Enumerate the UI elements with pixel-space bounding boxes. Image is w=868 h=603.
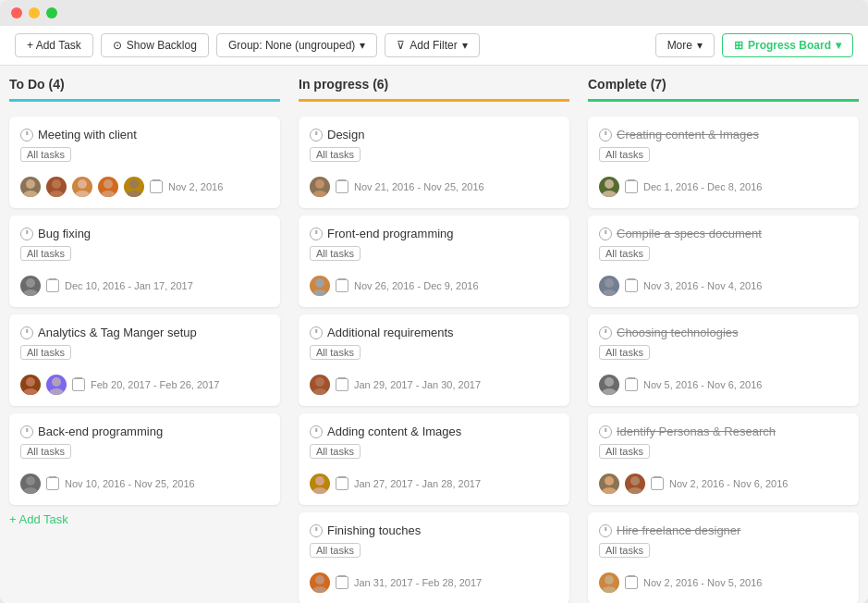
board: To Do (4) Meeting with client All tasks	[0, 66, 868, 603]
avatar	[599, 375, 619, 395]
card-title-choosing-tech: Choosing technologies	[599, 326, 848, 339]
svg-point-20	[315, 278, 324, 288]
column-todo: To Do (4) Meeting with client All tasks	[0, 66, 289, 603]
svg-point-14	[52, 377, 61, 387]
svg-point-9	[126, 191, 142, 197]
card-title-adding-content: Adding content & Images	[310, 425, 558, 438]
column-inprogress: In progress (6) Design All tasks Nov 21,…	[289, 66, 579, 603]
svg-point-17	[22, 487, 39, 494]
column-add-task-button[interactable]: + Add Task	[9, 505, 280, 534]
progress-board-button[interactable]: ⊞ Progress Board ▾	[722, 33, 853, 57]
svg-point-5	[74, 191, 91, 197]
maximize-button[interactable]	[46, 7, 57, 18]
card-title-backend: Back-end programming	[20, 425, 269, 438]
clock-icon	[599, 425, 612, 438]
all-tasks-badge[interactable]: All tasks	[599, 147, 650, 162]
card-bugfixing: Bug fixing All tasks Dec 10, 2016 - Jan …	[9, 215, 280, 307]
svg-point-32	[605, 377, 614, 387]
card-additional: Additional requirements All tasks Jan 29…	[299, 314, 569, 406]
column-complete: Complete (7) Creating content & Images A…	[579, 66, 868, 603]
all-tasks-badge[interactable]: All tasks	[310, 543, 361, 558]
add-task-button[interactable]: + Add Task	[15, 33, 93, 57]
avatar	[98, 177, 118, 197]
svg-point-30	[605, 278, 614, 288]
date-text: Jan 27, 2017 - Jan 28, 2017	[354, 478, 481, 489]
svg-point-33	[601, 388, 617, 395]
card-footer: Nov 3, 2016 - Nov 4, 2016	[599, 276, 848, 296]
all-tasks-badge[interactable]: All tasks	[599, 345, 650, 360]
svg-point-7	[100, 191, 116, 197]
svg-point-36	[630, 476, 640, 486]
all-tasks-badge[interactable]: All tasks	[599, 246, 650, 261]
avatar	[124, 177, 144, 197]
calendar-icon	[336, 378, 348, 391]
all-tasks-badge[interactable]: All tasks	[20, 444, 71, 459]
card-creating-content: Creating content & Images All tasks Dec …	[588, 117, 859, 208]
clock-icon	[310, 228, 323, 240]
svg-point-3	[48, 191, 65, 197]
column-title-inprogress: In progress (6)	[299, 77, 569, 102]
calendar-icon	[336, 576, 348, 589]
svg-point-29	[601, 191, 617, 197]
date-text: Nov 26, 2016 - Dec 9, 2016	[354, 280, 479, 291]
svg-point-12	[26, 377, 35, 387]
card-title-design: Design	[310, 128, 558, 142]
svg-point-2	[52, 179, 61, 189]
clock-icon	[20, 228, 33, 240]
card-backend: Back-end programming All tasks Nov 10, 2…	[9, 413, 280, 505]
svg-point-37	[627, 487, 643, 494]
column-title-complete: Complete (7)	[588, 77, 859, 102]
date-text: Nov 3, 2016 - Nov 4, 2016	[643, 280, 762, 291]
card-title-meeting: Meeting with client	[20, 128, 269, 142]
all-tasks-badge[interactable]: All tasks	[599, 444, 650, 459]
avatar	[625, 474, 645, 494]
show-backlog-button[interactable]: ⊙ Show Backlog	[101, 33, 209, 57]
date-text: Dec 10, 2016 - Jan 17, 2017	[65, 280, 193, 291]
all-tasks-badge[interactable]: All tasks	[310, 345, 361, 360]
calendar-icon	[46, 477, 59, 490]
eye-icon: ⊙	[113, 39, 122, 52]
card-meeting: Meeting with client All tasks	[9, 117, 280, 208]
main-window: + Add Task ⊙ Show Backlog Group: None (u…	[0, 0, 868, 603]
card-title-personas: Identify Personas & Research	[599, 425, 848, 438]
date-text: Dec 1, 2016 - Dec 8, 2016	[643, 181, 762, 192]
svg-point-10	[26, 278, 35, 288]
svg-point-25	[312, 487, 328, 494]
avatar	[599, 177, 619, 197]
title-bar	[0, 0, 868, 26]
svg-point-15	[48, 388, 65, 395]
svg-point-0	[26, 179, 35, 189]
card-title-creating-content: Creating content & Images	[599, 128, 848, 142]
svg-point-13	[22, 388, 39, 395]
more-button[interactable]: More ▾	[655, 33, 715, 57]
svg-point-24	[315, 476, 324, 486]
minimize-button[interactable]	[29, 7, 40, 18]
date-text: Feb 20, 2017 - Feb 26, 2017	[91, 379, 219, 390]
close-button[interactable]	[11, 7, 22, 18]
all-tasks-badge[interactable]: All tasks	[310, 147, 361, 162]
card-choosing-tech: Choosing technologies All tasks Nov 5, 2…	[588, 314, 859, 406]
clock-icon	[20, 326, 33, 339]
all-tasks-badge[interactable]: All tasks	[20, 147, 71, 162]
card-footer: Dec 10, 2016 - Jan 17, 2017	[20, 276, 269, 296]
add-filter-button[interactable]: ⊽ Add Filter ▾	[385, 33, 479, 57]
calendar-icon	[625, 576, 638, 589]
chevron-down-icon-pb: ▾	[836, 39, 841, 52]
svg-point-31	[601, 289, 617, 296]
svg-point-16	[26, 476, 35, 486]
avatar	[46, 177, 67, 197]
date-text: Nov 5, 2016 - Nov 6, 2016	[643, 379, 762, 390]
calendar-icon	[46, 279, 59, 292]
all-tasks-badge[interactable]: All tasks	[310, 246, 361, 261]
card-title-compile-specs: Compile a specs document	[599, 227, 848, 240]
chevron-down-icon: ▾	[360, 39, 365, 52]
group-button[interactable]: Group: None (ungrouped) ▾	[216, 33, 377, 57]
svg-point-23	[312, 388, 328, 395]
all-tasks-badge[interactable]: All tasks	[20, 345, 71, 360]
card-footer: Feb 20, 2017 - Feb 26, 2017	[20, 375, 269, 395]
all-tasks-badge[interactable]: All tasks	[20, 246, 71, 261]
all-tasks-badge[interactable]: All tasks	[310, 444, 361, 459]
avatar	[599, 474, 619, 494]
all-tasks-badge[interactable]: All tasks	[599, 543, 650, 558]
clock-icon	[599, 228, 612, 240]
